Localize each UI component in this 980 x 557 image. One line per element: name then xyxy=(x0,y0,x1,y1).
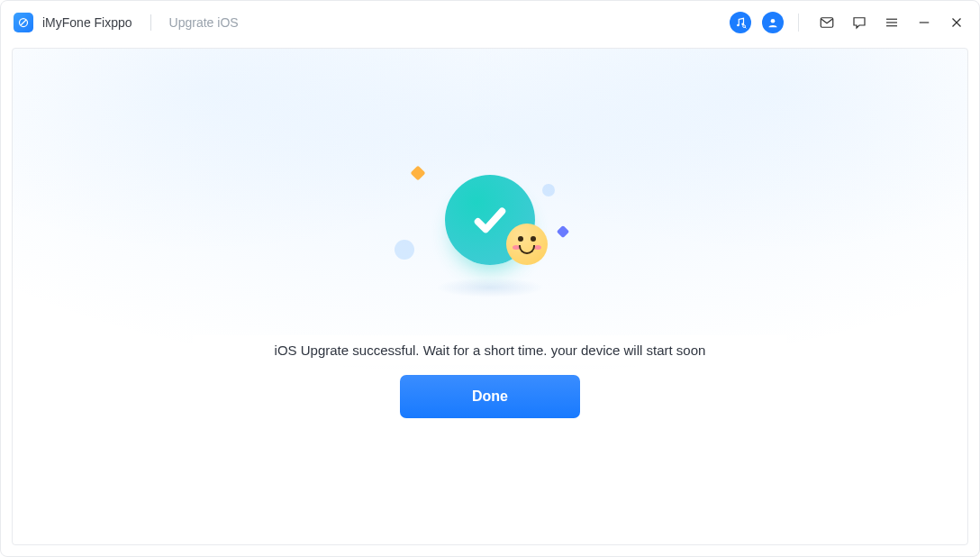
speech-bubble-icon[interactable] xyxy=(851,14,867,31)
sparkle-icon xyxy=(411,166,426,181)
titlebar-right-controls xyxy=(819,14,965,31)
app-title: iMyFone Fixppo xyxy=(42,15,132,30)
svg-line-5 xyxy=(745,27,746,28)
svg-point-6 xyxy=(771,19,776,23)
svg-line-1 xyxy=(21,20,26,25)
mail-icon[interactable] xyxy=(819,14,835,31)
titlebar-divider-2 xyxy=(798,14,799,32)
content-panel: iOS Upgrate successful. Wait for a short… xyxy=(12,48,968,545)
shadow-puff xyxy=(436,278,544,297)
decorative-dot xyxy=(542,184,555,196)
user-icon[interactable] xyxy=(762,12,784,33)
titlebar-divider xyxy=(150,14,151,31)
status-message: iOS Upgrate successful. Wait for a short… xyxy=(193,335,787,365)
hamburger-icon[interactable] xyxy=(884,14,900,31)
success-illustration xyxy=(400,168,580,303)
smiley-icon xyxy=(506,224,548,265)
app-logo-icon xyxy=(14,13,33,32)
close-icon[interactable] xyxy=(948,14,965,31)
minimize-icon[interactable] xyxy=(916,14,932,31)
titlebar-blue-icons xyxy=(730,12,784,33)
app-window: iMyFone Fixppo Upgrate iOS xyxy=(0,0,980,557)
breadcrumb: Upgrate iOS xyxy=(169,15,239,30)
done-button[interactable]: Done xyxy=(400,375,580,418)
titlebar: iMyFone Fixppo Upgrate iOS xyxy=(1,1,979,44)
sparkle-icon xyxy=(557,225,569,238)
music-search-icon[interactable] xyxy=(730,12,751,33)
svg-point-2 xyxy=(737,24,740,27)
decorative-dot xyxy=(395,240,414,260)
